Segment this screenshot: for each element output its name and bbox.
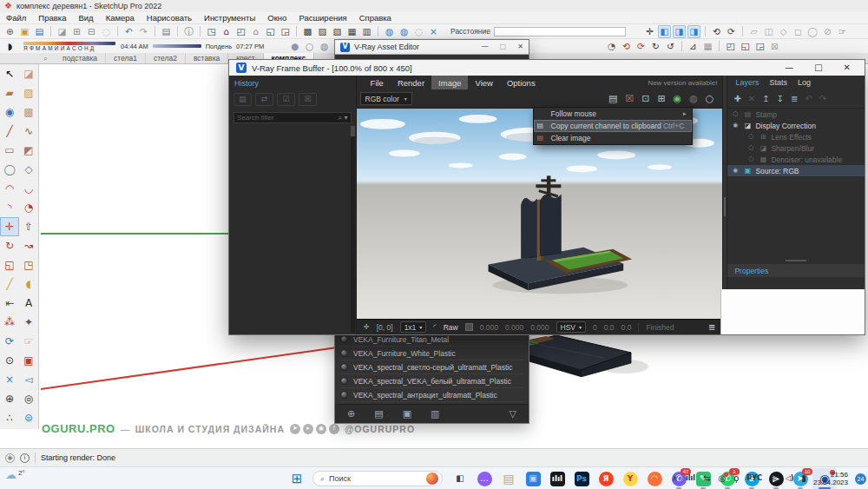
sphere-icon[interactable]: ◯ — [806, 25, 819, 38]
tool-text[interactable]: A — [19, 294, 38, 313]
style-wireframe-icon[interactable]: ○ — [303, 40, 316, 53]
vray-sphere-3-icon[interactable]: ◌ — [412, 25, 425, 38]
square-icon[interactable]: ◻ — [792, 25, 805, 38]
menu-file[interactable]: Файл — [0, 13, 32, 23]
solid-box-icon[interactable]: ◧ — [658, 25, 671, 38]
vfb-menu-view[interactable]: View — [468, 76, 499, 89]
menu-view[interactable]: Вид — [72, 13, 99, 23]
tool-tape-measure[interactable]: ╱ — [0, 274, 19, 294]
window-2-icon[interactable]: ◱ — [739, 40, 752, 53]
scene-tab-stela2[interactable]: стела2 — [146, 53, 186, 63]
pause-render-icon[interactable]: ◍ — [689, 94, 698, 103]
tool-dimensions[interactable]: ⇤ — [0, 294, 19, 313]
menu-item-follow-mouse[interactable]: Follow mouse ▸ — [534, 108, 692, 120]
tool-position-camera[interactable]: ⊕ — [0, 389, 19, 408]
tool-arc[interactable]: ◠ — [0, 179, 19, 198]
eraser-icon[interactable]: ◪ — [56, 25, 69, 38]
vray-render-interactive-icon[interactable]: ▨ — [316, 25, 329, 38]
save-icon[interactable]: ▤ — [33, 25, 46, 38]
new-version-notice[interactable]: New version available! — [641, 76, 722, 89]
lock-icon[interactable]: ⊠ — [768, 40, 781, 53]
redo-icon[interactable]: ↷ — [819, 95, 826, 103]
set-b-icon[interactable]: ☒ — [299, 93, 317, 106]
menu-edit[interactable]: Правка — [32, 13, 72, 23]
tool-circle[interactable]: ◯ — [0, 160, 19, 179]
compare-ab-icon[interactable]: ⇄ — [255, 93, 273, 106]
model-info-icon[interactable]: ⓘ — [182, 25, 195, 38]
material-white-plastic[interactable]: VEKA_Furniture_White_Plastic — [340, 347, 523, 360]
move-mode-icon[interactable]: ✛ — [643, 25, 656, 38]
follow-mouse-icon[interactable]: ⊞ — [657, 94, 665, 103]
menu-draw[interactable]: Нарисовать — [141, 13, 198, 23]
tab-log[interactable]: Log — [793, 78, 815, 87]
hsv-dropdown[interactable]: HSV▾ — [556, 321, 587, 333]
save-layers-icon[interactable]: ↧ — [777, 95, 784, 103]
interactive-render-icon[interactable]: ◉ — [674, 94, 682, 103]
style-shaded-icon[interactable]: ● — [288, 40, 301, 53]
vray-sphere-2-icon[interactable]: ◍ — [398, 25, 411, 38]
explorer-app[interactable]: ▤ — [496, 468, 521, 489]
tool-section-plane[interactable]: ⊜ — [19, 408, 38, 427]
visibility-eye-icon[interactable]: ◌ — [731, 111, 740, 117]
minimize-icon[interactable]: — — [482, 43, 489, 50]
tool-polygon[interactable]: ◇ — [19, 160, 38, 179]
yandex-app[interactable]: Я — [594, 468, 618, 489]
language-indicator[interactable]: РУС — [746, 475, 762, 482]
tool-zoom[interactable]: ⊙ — [0, 351, 19, 370]
plane-icon[interactable]: ▱ — [747, 25, 760, 38]
tray-chevron-icon[interactable]: ∧ — [672, 474, 678, 483]
menu-window[interactable]: Окно — [261, 13, 293, 23]
shadow-month-slider[interactable]: ЯФМАМИИАСОНД — [23, 42, 115, 51]
vfb-menu-options[interactable]: Options — [500, 76, 542, 89]
search-icon[interactable]: ⌕ — [43, 55, 48, 63]
tool-rectangle[interactable]: ▭ — [0, 141, 19, 160]
firefox-app[interactable]: ◠ — [642, 468, 667, 489]
vray-batch-render-icon[interactable]: ▦ — [345, 25, 358, 38]
tool-texture[interactable]: ▨ — [19, 83, 38, 102]
diamond-icon[interactable]: ◇ — [777, 25, 790, 38]
scene-tab-podstavka[interactable]: подставка — [55, 53, 106, 63]
vray-sphere-icon[interactable]: ◍ — [383, 25, 396, 38]
info-icon[interactable]: i — [20, 453, 30, 463]
save-image-icon[interactable]: ▤ — [608, 94, 617, 103]
layer-lens-effects[interactable]: ◌ ⊞ Lens Effects — [727, 131, 865, 142]
tool-pan[interactable]: ☞ — [19, 332, 38, 351]
material-anthracite-ultramatt[interactable]: VEKA_spectral_антрацит_ultramatt_Plastic — [340, 388, 523, 402]
front-view-icon[interactable]: ⌂ — [249, 25, 262, 38]
measurements-input[interactable] — [494, 27, 626, 36]
geolocation-icon[interactable]: ◉ — [5, 453, 15, 463]
wifi-icon[interactable]: ≋ — [770, 474, 777, 483]
photoshop-app[interactable]: Ps — [569, 468, 594, 489]
visibility-eye-icon[interactable]: ◌ — [746, 156, 755, 162]
camera-icon[interactable]: ⊿ — [687, 40, 700, 53]
menu-extensions[interactable]: Расширения — [293, 13, 352, 23]
visibility-eye-icon[interactable]: ◌ — [746, 145, 755, 151]
rotate-right-icon[interactable]: ⟳ — [725, 25, 738, 38]
tool-pie[interactable]: ◔ — [19, 198, 38, 217]
style-hidden-line-icon[interactable]: ◍ — [318, 40, 331, 53]
undo-icon[interactable]: ↶ — [122, 25, 135, 38]
tool-zoom-extents[interactable]: × — [0, 370, 19, 389]
tool-rotated-rectangle[interactable]: ◩ — [19, 141, 38, 160]
channel-dropdown[interactable]: RGB color ▾ — [360, 92, 412, 105]
vfb-menu-render[interactable]: Render — [391, 76, 431, 89]
tool-select[interactable]: ↖ — [0, 64, 19, 83]
paste-in-place-icon[interactable]: ◌ — [100, 25, 113, 38]
layer-sharpen-blur[interactable]: ◌ ◪ Sharpen/Blur — [727, 142, 865, 154]
vfb-menu-file[interactable]: File — [364, 76, 391, 89]
minimize-icon[interactable]: — — [785, 63, 793, 72]
solid-box-2-icon[interactable]: ◨ — [673, 25, 686, 38]
history-scrollbar[interactable] — [351, 126, 355, 333]
disabled-icon[interactable]: ⊘ — [821, 25, 834, 38]
tool-freehand[interactable]: ∿ — [19, 122, 38, 141]
tray-sync-icon[interactable]: ◎ — [718, 474, 726, 483]
menu-help[interactable]: Справка — [353, 13, 398, 23]
menu-camera[interactable]: Камера — [100, 13, 141, 23]
save-history-icon[interactable]: ▤ — [233, 93, 252, 106]
tool-orbit[interactable]: ⟳ — [0, 332, 19, 351]
visibility-eye-icon[interactable]: ◉ — [731, 122, 740, 129]
pixel-size-dropdown[interactable]: 1x1▾ — [400, 321, 427, 333]
audio-app[interactable]: ılıl — [545, 468, 569, 489]
tool-3pt-arc[interactable]: ◝ — [0, 198, 19, 217]
tool-2pt-arc[interactable]: ◡ — [19, 179, 38, 198]
